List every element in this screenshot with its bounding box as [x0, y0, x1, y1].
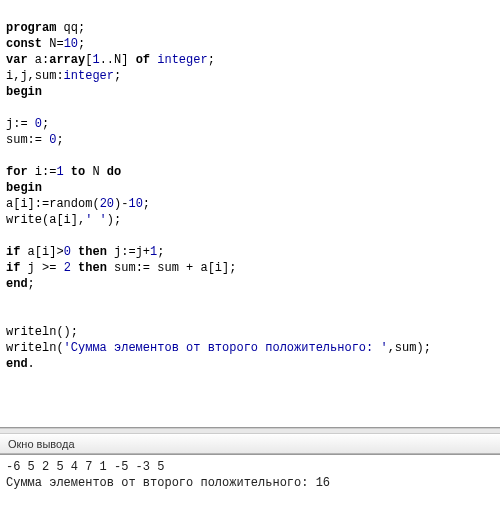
t: j >=	[20, 261, 63, 275]
kw-begin: begin	[6, 85, 42, 99]
kw-then: then	[78, 261, 107, 275]
kw-program: program	[6, 21, 56, 35]
t: N=	[42, 37, 64, 51]
n: 10	[128, 197, 142, 211]
kw-if: if	[6, 245, 20, 259]
t: ;	[78, 37, 85, 51]
t: sum:=	[6, 133, 49, 147]
t	[64, 165, 71, 179]
t: ..N]	[100, 53, 136, 67]
t: a[i]>	[20, 245, 63, 259]
type-integer: integer	[157, 53, 207, 67]
n: 2	[64, 261, 71, 275]
n: 10	[64, 37, 78, 51]
t: ;	[114, 69, 121, 83]
str: ' '	[85, 213, 107, 227]
kw-if: if	[6, 261, 20, 275]
kw-then: then	[78, 245, 107, 259]
t: ;	[208, 53, 215, 67]
t: j:=	[6, 117, 35, 131]
t: )-	[114, 197, 128, 211]
type-integer: integer	[64, 69, 114, 83]
t: ;	[28, 277, 35, 291]
kw-end: end	[6, 277, 28, 291]
t: j:=j+	[107, 245, 150, 259]
output-panel[interactable]: -6 5 2 5 4 7 1 -5 -3 5 Сумма элементов о…	[0, 454, 500, 512]
t: ;	[143, 197, 150, 211]
n: 0	[64, 245, 71, 259]
t: ;	[56, 133, 63, 147]
t: a:	[28, 53, 50, 67]
t	[71, 261, 78, 275]
t: qq;	[56, 21, 85, 35]
t: ;	[157, 245, 164, 259]
output-line: -6 5 2 5 4 7 1 -5 -3 5	[6, 460, 172, 474]
output-panel-title: Окно вывода	[0, 434, 500, 454]
n: 0	[35, 117, 42, 131]
t: .	[28, 357, 35, 371]
t: );	[107, 213, 121, 227]
kw-for: for	[6, 165, 28, 179]
t: ,sum);	[388, 341, 431, 355]
str: 'Сумма элементов от второго положительно…	[64, 341, 388, 355]
kw-end: end	[6, 357, 28, 371]
t: ;	[42, 117, 49, 131]
kw-of: of	[136, 53, 150, 67]
t: writeln(	[6, 341, 64, 355]
t: N	[85, 165, 107, 179]
output-line: Сумма элементов от второго положительног…	[6, 476, 330, 490]
t: sum:= sum + a[i];	[107, 261, 237, 275]
kw-do: do	[107, 165, 121, 179]
t	[71, 245, 78, 259]
n: 1	[56, 165, 63, 179]
kw-begin: begin	[6, 181, 42, 195]
kw-const: const	[6, 37, 42, 51]
t: i,j,sum:	[6, 69, 64, 83]
t: writeln();	[6, 325, 78, 339]
code-editor[interactable]: program qq; const N=10; var a:array[1..N…	[0, 0, 500, 428]
t: i:=	[28, 165, 57, 179]
n: 20	[100, 197, 114, 211]
kw-to: to	[71, 165, 85, 179]
kw-var: var	[6, 53, 28, 67]
kw-array: array	[49, 53, 85, 67]
t: a[i]:=random(	[6, 197, 100, 211]
t: write(a[i],	[6, 213, 85, 227]
n: 1	[92, 53, 99, 67]
